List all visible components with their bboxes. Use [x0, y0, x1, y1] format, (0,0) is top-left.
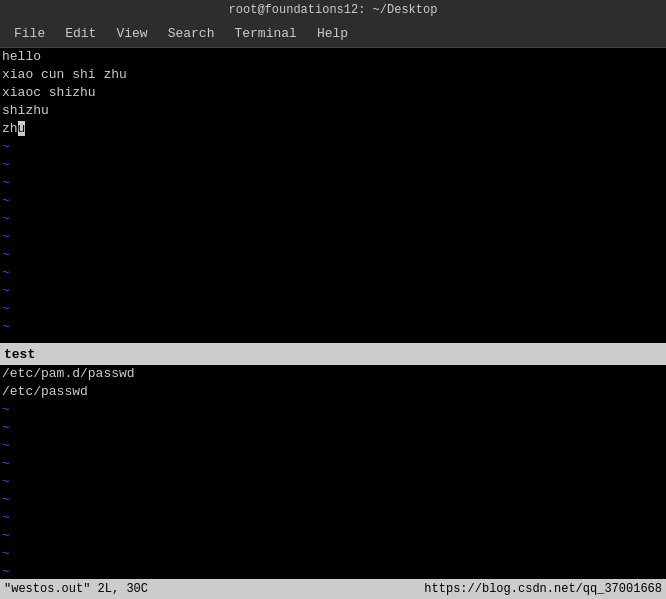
search-label: test [4, 347, 35, 362]
tilde-11: ~ [0, 318, 666, 336]
btilde-1: ~ [0, 401, 666, 419]
title-bar: root@foundations12: ~/Desktop [0, 0, 666, 20]
editor-bottom: /etc/pam.d/passwd /etc/passwd ~ ~ ~ ~ ~ … [0, 365, 666, 573]
line-5-cursor: zhu [0, 120, 666, 138]
line-4: shizhu [0, 102, 666, 120]
btilde-10: ~ [0, 563, 666, 573]
line-3: xiaoc shizhu [0, 84, 666, 102]
tilde-9: ~ [0, 282, 666, 300]
btilde-5: ~ [0, 473, 666, 491]
tilde-8: ~ [0, 264, 666, 282]
tilde-7: ~ [0, 246, 666, 264]
menu-help[interactable]: Help [307, 22, 358, 45]
status-bar: "westos.out" 2L, 30C https://blog.csdn.n… [0, 579, 666, 599]
btilde-8: ~ [0, 527, 666, 545]
tilde-3: ~ [0, 174, 666, 192]
tilde-1: ~ [0, 138, 666, 156]
result-2: /etc/passwd [0, 383, 666, 401]
status-filename: "westos.out" 2L, 30C [4, 582, 148, 596]
line-2: xiao cun shi zhu [0, 66, 666, 84]
tilde-12: ~ [0, 336, 666, 343]
tilde-4: ~ [0, 192, 666, 210]
menu-bar: File Edit View Search Terminal Help [0, 20, 666, 48]
line-1: hello [0, 48, 666, 66]
btilde-7: ~ [0, 509, 666, 527]
btilde-4: ~ [0, 455, 666, 473]
title-text: root@foundations12: ~/Desktop [229, 3, 438, 17]
menu-terminal[interactable]: Terminal [224, 22, 306, 45]
tilde-6: ~ [0, 228, 666, 246]
status-url: https://blog.csdn.net/qq_37001668 [424, 582, 662, 596]
tilde-2: ~ [0, 156, 666, 174]
menu-search[interactable]: Search [158, 22, 225, 45]
menu-edit[interactable]: Edit [55, 22, 106, 45]
result-1: /etc/pam.d/passwd [0, 365, 666, 383]
tilde-5: ~ [0, 210, 666, 228]
menu-file[interactable]: File [4, 22, 55, 45]
cursor: u [18, 121, 26, 136]
editor-top: hello xiao cun shi zhu xiaoc shizhu shiz… [0, 48, 666, 343]
btilde-6: ~ [0, 491, 666, 509]
btilde-2: ~ [0, 419, 666, 437]
tilde-10: ~ [0, 300, 666, 318]
search-bar: test [0, 343, 666, 365]
btilde-3: ~ [0, 437, 666, 455]
btilde-9: ~ [0, 545, 666, 563]
menu-view[interactable]: View [106, 22, 157, 45]
editor-area[interactable]: hello xiao cun shi zhu xiaoc shizhu shiz… [0, 48, 666, 599]
